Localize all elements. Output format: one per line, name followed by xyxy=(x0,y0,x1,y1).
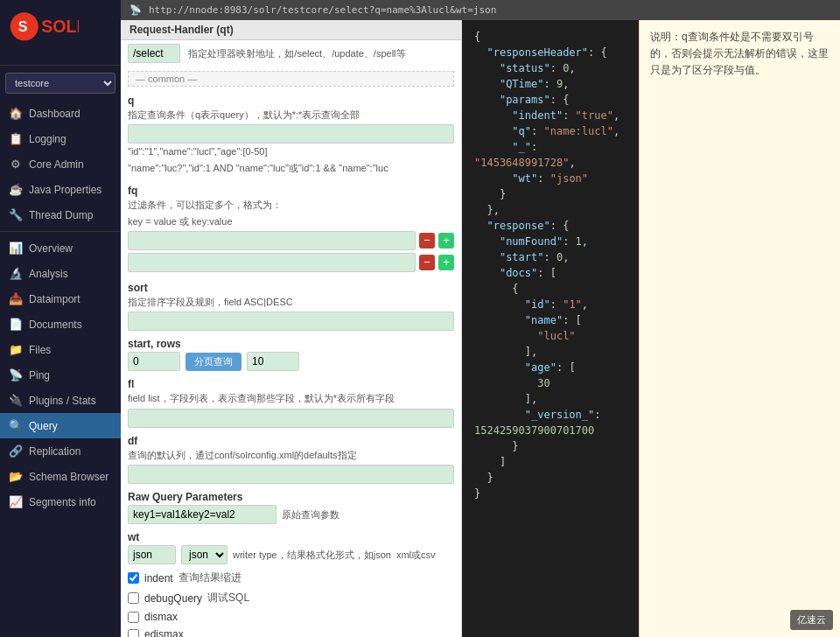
start-rows-label: start, rows xyxy=(128,338,454,350)
fq-row-2: − + xyxy=(128,253,454,272)
fl-description: field list，字段列表，表示查询那些字段，默认为*表示所有字段 xyxy=(128,392,454,405)
json-line: "status": 0, xyxy=(474,60,626,76)
sidebar-item-segments-info[interactable]: 📈 Segments info xyxy=(0,489,121,514)
json-line: } xyxy=(474,486,626,501)
sidebar-item-documents[interactable]: 📄 Documents xyxy=(0,312,121,337)
start-input[interactable] xyxy=(128,352,180,371)
json-line: "start": 0, xyxy=(474,249,626,265)
dashboard-icon: 🏠 xyxy=(9,107,23,120)
thread-dump-icon: 🔧 xyxy=(9,208,23,221)
json-line: "id": "1", xyxy=(474,297,626,312)
wt-input[interactable] xyxy=(128,545,176,564)
indent-checkbox[interactable] xyxy=(128,572,139,584)
sidebar-item-replication[interactable]: 🔗 Replication xyxy=(0,438,121,464)
dataimport-icon: 📥 xyxy=(9,292,23,305)
nav-separator-1 xyxy=(0,231,121,232)
logo-area: S SOLR xyxy=(0,0,121,66)
fq-remove-btn-1[interactable]: − xyxy=(419,233,435,248)
df-description: 查询的默认列，通过conf/solrconfig.xml的defaults指定 xyxy=(128,449,454,462)
json-line: "wt": "json" xyxy=(474,171,626,186)
svg-text:SOLR: SOLR xyxy=(41,17,79,36)
json-line: "indent": "true", xyxy=(474,108,626,123)
raw-params-row: Raw Query Parameters 原始查询参数 xyxy=(121,487,461,528)
debug-query-label: debugQuery xyxy=(144,592,202,605)
page-query-btn[interactable]: 分页查询 xyxy=(186,353,242,371)
raw-params-input[interactable] xyxy=(128,505,276,524)
fq-input-1[interactable] xyxy=(128,231,416,250)
json-line: "QTime": 9, xyxy=(474,76,626,92)
handler-desc: 指定处理器映射地址，如/select、/update、/spell等 xyxy=(188,48,405,59)
solr-logo: S SOLR xyxy=(9,10,79,54)
rows-input[interactable] xyxy=(247,352,299,371)
content-area: Request-Handler (qt) 指定处理器映射地址，如/select、… xyxy=(121,20,840,637)
sidebar-item-thread-dump[interactable]: 🔧 Thread Dump xyxy=(0,202,121,228)
fq-remove-btn-2[interactable]: − xyxy=(419,255,435,270)
fl-label: fl xyxy=(128,378,454,390)
raw-params-placeholder: 原始查询参数 xyxy=(282,508,340,522)
sort-input[interactable] xyxy=(128,312,454,331)
note-panel: 说明：q查询条件处是不需要双引号的，否则会提示无法解析的错误，这里只是为了区分字… xyxy=(639,20,840,637)
sidebar-item-analysis[interactable]: 🔬 Analysis xyxy=(0,261,121,286)
df-input[interactable] xyxy=(128,465,454,484)
fl-input[interactable] xyxy=(128,409,454,428)
q-examples: "id":"1","name":"lucl","age":[0-50] xyxy=(128,145,454,158)
sidebar-item-logging[interactable]: 📋 Logging xyxy=(0,126,121,151)
wt-row: wt jsonxmlcsv writer type，结果格式化形式，如json … xyxy=(121,528,461,568)
df-label: df xyxy=(128,435,454,447)
java-icon: ☕ xyxy=(9,183,23,196)
edismax-checkbox[interactable] xyxy=(128,629,139,637)
fq-add-btn-2[interactable]: + xyxy=(438,255,454,270)
handler-row: 指定处理器映射地址，如/select、/update、/spell等 xyxy=(121,40,461,66)
start-rows-inputs: 分页查询 xyxy=(128,352,454,371)
files-icon: 📁 xyxy=(9,343,23,356)
core-admin-icon: ⚙ xyxy=(9,158,23,171)
fq-description: 过滤条件，可以指定多个，格式为： xyxy=(128,199,454,212)
json-line: ] xyxy=(474,454,626,470)
handler-input[interactable] xyxy=(128,44,180,63)
json-line: "docs": [ xyxy=(474,265,626,281)
sidebar-item-schema-browser[interactable]: 📂 Schema Browser xyxy=(0,464,121,489)
dismax-checkbox[interactable] xyxy=(128,612,139,623)
sidebar-item-files[interactable]: 📁 Files xyxy=(0,337,121,362)
json-line: "numFound": 1, xyxy=(474,234,626,249)
sidebar-item-java-properties[interactable]: ☕ Java Properties xyxy=(0,177,121,202)
fq-add-btn-1[interactable]: + xyxy=(438,233,454,248)
core-selector[interactable]: testcore xyxy=(5,73,116,94)
plugins-icon: 🔌 xyxy=(9,394,23,407)
documents-icon: 📄 xyxy=(9,318,23,331)
handler-header: Request-Handler (qt) xyxy=(121,20,461,40)
note-text: 说明：q查询条件处是不需要双引号的，否则会提示无法解析的错误，这里只是为了区分字… xyxy=(650,31,829,76)
json-line: 30 xyxy=(474,375,626,391)
svg-text:S: S xyxy=(18,19,28,34)
json-line: "lucl" xyxy=(474,328,626,344)
q-input[interactable] xyxy=(128,124,454,144)
wt-select[interactable]: jsonxmlcsv xyxy=(181,545,228,564)
q-label: q xyxy=(128,94,454,107)
debug-query-checkbox[interactable] xyxy=(128,592,139,604)
segments-icon: 📈 xyxy=(9,495,23,508)
debug-query-row: debugQuery 调试SQL xyxy=(121,588,461,608)
fq-label: fq xyxy=(128,185,454,197)
indent-row: indent 查询结果缩进 xyxy=(121,568,461,588)
df-row: df 查询的默认列，通过conf/solrconfig.xml的defaults… xyxy=(121,431,461,487)
fq-input-2[interactable] xyxy=(128,253,416,272)
schema-icon: 📂 xyxy=(9,470,23,483)
fq-example: key = value 或 key:value xyxy=(128,215,454,228)
sidebar-item-overview[interactable]: 📊 Overview xyxy=(0,235,121,261)
url-bar: 📡 http://nnode:8983/solr/testcore/select… xyxy=(121,0,840,20)
json-line: "age": [ xyxy=(474,360,626,375)
json-line: ], xyxy=(474,344,626,360)
sort-row: sort 指定排序字段及规则，field ASC|DESC xyxy=(121,278,461,334)
sidebar-item-ping[interactable]: 📡 Ping xyxy=(0,362,121,388)
sidebar-item-query[interactable]: 🔍 Query xyxy=(0,413,121,438)
sidebar-item-dataimport[interactable]: 📥 Dataimport xyxy=(0,286,121,312)
edismax-row: edismax xyxy=(121,626,461,637)
sidebar-item-core-admin[interactable]: ⚙ Core Admin xyxy=(0,151,121,177)
sidebar-item-plugins[interactable]: 🔌 Plugins / Stats xyxy=(0,388,121,413)
request-url: http://nnode:8983/solr/testcore/select?q… xyxy=(149,4,496,16)
raw-params-label: Raw Query Parameters xyxy=(128,491,454,503)
common-divider: — common — xyxy=(128,71,454,87)
sidebar-item-dashboard[interactable]: 🏠 Dashboard xyxy=(0,101,121,126)
json-line: "response": { xyxy=(474,218,626,234)
json-output: { "responseHeader": { "status": 0, "QTim… xyxy=(462,20,639,637)
